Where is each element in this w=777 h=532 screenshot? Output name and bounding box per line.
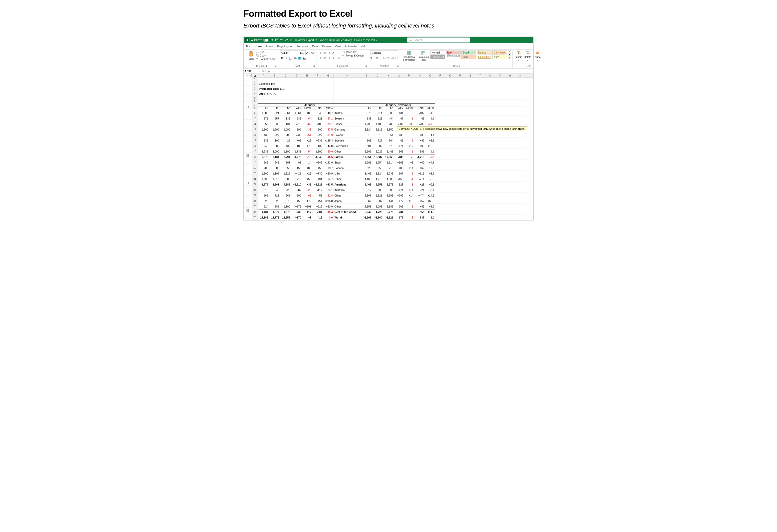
cell[interactable] — [291, 86, 302, 91]
cell[interactable] — [505, 171, 515, 176]
cell[interactable]: +2.2 — [425, 204, 435, 209]
cell[interactable]: -500 — [291, 127, 302, 132]
cell[interactable]: +474 — [414, 193, 425, 198]
cell[interactable]: +125.3 — [323, 138, 334, 143]
cell[interactable] — [465, 160, 475, 165]
increase-decimal-icon[interactable]: .0→.00 — [382, 57, 389, 59]
cell[interactable] — [445, 103, 455, 107]
paste-button[interactable]: Paste⌄ — [247, 50, 255, 63]
cell[interactable] — [455, 121, 465, 127]
outline-collapse-icon[interactable]: − — [246, 182, 249, 184]
col-header-E[interactable]: E — [302, 74, 312, 78]
style-calculation[interactable]: Calculation — [492, 50, 507, 54]
col-header-D[interactable]: D — [291, 74, 302, 78]
cell[interactable]: 200 — [280, 132, 291, 138]
table-row[interactable]: 178,0738,1346,794-1,279-16-1,340-16.5Eur… — [252, 154, 533, 160]
cell[interactable]: 1,600 — [258, 110, 269, 116]
cell[interactable]: 3,661 — [269, 182, 280, 187]
cell[interactable] — [445, 78, 455, 81]
cell[interactable] — [465, 204, 475, 209]
cell[interactable] — [485, 182, 495, 187]
outline-level-buttons[interactable]: 123 — [244, 74, 252, 77]
outline-gutter[interactable]: −−−− — [244, 78, 252, 220]
cell[interactable]: AC — [280, 107, 291, 110]
cell[interactable]: Switzerland — [334, 143, 361, 149]
cell[interactable] — [291, 91, 302, 96]
cell[interactable] — [435, 193, 445, 198]
cell[interactable]: -1,735 — [291, 149, 302, 154]
cell[interactable]: -3.4 — [425, 187, 435, 193]
cell[interactable]: 343 — [269, 187, 280, 193]
cell[interactable]: +556 — [414, 209, 425, 215]
dialog-launcher-icon[interactable]: ◢ — [396, 65, 399, 67]
cell[interactable] — [435, 81, 445, 86]
cell[interactable] — [495, 215, 505, 220]
cell[interactable] — [455, 182, 465, 187]
cell[interactable]: -405 — [312, 121, 323, 127]
table-row[interactable]: 10375257136-239-64-121-47.1Belgium531529… — [252, 116, 533, 121]
cell[interactable] — [485, 143, 495, 149]
cell[interactable]: +4.7 — [323, 176, 334, 182]
col-header-F[interactable]: F — [312, 74, 323, 78]
cell[interactable] — [485, 132, 495, 138]
cell[interactable]: 224 — [258, 204, 269, 209]
cell[interactable] — [435, 91, 445, 96]
style-note[interactable]: Note — [492, 55, 507, 59]
cell[interactable] — [465, 182, 475, 187]
cell[interactable]: 484 — [383, 116, 394, 121]
row-header-3[interactable]: 3 — [252, 86, 258, 91]
row-header-24[interactable]: 24 — [252, 193, 258, 198]
col-header-S[interactable]: S — [465, 74, 475, 78]
cell[interactable]: +60.9 — [323, 171, 334, 176]
cell[interactable]: 4,008 — [383, 176, 394, 182]
cell[interactable]: 809 — [361, 138, 372, 143]
row-header-26[interactable]: 26 — [252, 204, 258, 209]
cell[interactable] — [515, 138, 525, 143]
cell[interactable]: +26 — [414, 182, 425, 187]
cell[interactable]: 5,509 — [383, 110, 394, 116]
cell[interactable] — [505, 91, 515, 96]
cut-button[interactable]: Cut — [256, 50, 276, 53]
cell[interactable] — [505, 100, 515, 103]
cell[interactable]: +62 — [414, 165, 425, 171]
cell[interactable]: +96 — [414, 143, 425, 149]
table-row[interactable]: 2813,18613,77213,356+170+1-416-3.0World3… — [252, 215, 533, 220]
cell[interactable] — [515, 149, 525, 154]
cell[interactable]: -206 — [394, 204, 404, 209]
cell[interactable] — [455, 193, 465, 198]
cell[interactable] — [485, 176, 495, 182]
row-header-22[interactable]: 22 — [252, 182, 258, 187]
borders-icon[interactable]: ⊞⌄ — [294, 56, 298, 60]
cell[interactable] — [505, 204, 515, 209]
orientation-icon[interactable]: ↗⌄ — [332, 51, 336, 55]
cell[interactable] — [485, 138, 495, 143]
row-header-1[interactable]: 1 — [252, 78, 258, 81]
cell[interactable] — [435, 187, 445, 193]
cell[interactable]: 722 — [372, 138, 383, 143]
cell[interactable] — [445, 198, 455, 204]
cell[interactable]: -1,340 — [312, 154, 323, 160]
cell[interactable] — [435, 198, 445, 204]
cell[interactable]: 2,145 — [383, 204, 394, 209]
cell[interactable] — [475, 176, 485, 182]
cell[interactable] — [455, 107, 465, 110]
cell[interactable] — [495, 198, 505, 204]
cell[interactable] — [414, 100, 425, 103]
cell[interactable] — [445, 86, 455, 91]
cell[interactable] — [445, 154, 455, 160]
cell[interactable] — [505, 149, 515, 154]
cell[interactable] — [269, 78, 280, 81]
cell[interactable] — [505, 187, 515, 193]
cell[interactable] — [505, 121, 515, 127]
cell[interactable]: +109 — [394, 160, 404, 165]
cell[interactable] — [505, 182, 515, 187]
cell[interactable] — [515, 154, 525, 160]
cell[interactable] — [505, 86, 515, 91]
style-check-cell[interactable]: Check Cell — [430, 55, 445, 59]
cell[interactable]: USA — [334, 171, 361, 176]
cell[interactable] — [323, 100, 334, 103]
cell[interactable] — [291, 78, 302, 81]
cell[interactable] — [515, 215, 525, 220]
cell[interactable] — [435, 78, 445, 81]
cell[interactable]: -87 — [291, 187, 302, 193]
